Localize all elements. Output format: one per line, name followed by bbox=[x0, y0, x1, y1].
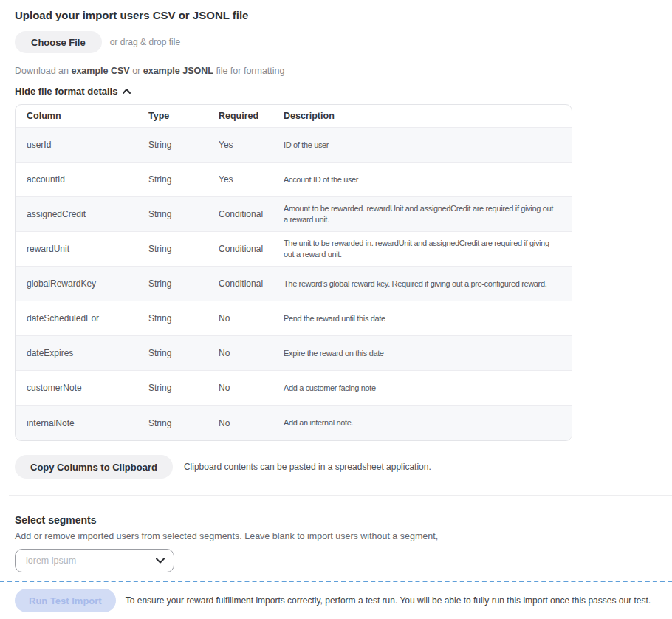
table-cell: Conditional bbox=[219, 239, 284, 259]
section-divider bbox=[9, 495, 672, 496]
table-row: assignedCreditStringConditionalAmount to… bbox=[16, 197, 572, 232]
table-cell: String bbox=[148, 205, 219, 224]
toggle-label: Hide file format details bbox=[15, 86, 117, 97]
table-cell: String bbox=[148, 135, 219, 154]
download-prefix: Download an bbox=[15, 66, 71, 76]
hide-file-format-details-toggle[interactable]: Hide file format details bbox=[15, 86, 131, 97]
table-row: dateScheduledForStringNoPend the reward … bbox=[16, 301, 572, 336]
file-format-table: Column Type Required Description userIdS… bbox=[15, 104, 572, 441]
table-cell: No bbox=[219, 378, 284, 397]
table-cell: globalRewardKey bbox=[16, 274, 148, 293]
run-test-import-button[interactable]: Run Test Import bbox=[15, 589, 116, 612]
clipboard-row: Copy Columns to Clipboard Clipboard cont… bbox=[15, 455, 657, 479]
table-cell: Expire the reward on this date bbox=[284, 343, 572, 363]
table-cell: assignedCredit bbox=[16, 205, 148, 224]
column-header-description: Description bbox=[284, 111, 572, 122]
example-jsonl-link[interactable]: example JSONL bbox=[143, 66, 213, 76]
segments-select[interactable]: lorem ipsum bbox=[15, 549, 174, 572]
clipboard-hint: Clipboard contents can be pasted in a sp… bbox=[184, 462, 431, 472]
table-cell: String bbox=[148, 378, 219, 397]
table-cell: Yes bbox=[219, 170, 284, 189]
table-cell: customerNote bbox=[16, 378, 148, 397]
file-upload-row: Choose File or drag & drop file bbox=[15, 31, 657, 53]
column-header-column: Column bbox=[16, 111, 148, 121]
table-cell: String bbox=[148, 274, 219, 293]
table-cell: No bbox=[219, 343, 284, 363]
table-cell: dateExpires bbox=[16, 343, 148, 363]
column-header-required: Required bbox=[219, 111, 284, 121]
table-cell: Amount to be rewarded. rewardUnit and as… bbox=[284, 199, 572, 230]
table-header-row: Column Type Required Description bbox=[16, 105, 572, 128]
download-suffix: file for formatting bbox=[213, 66, 285, 76]
example-files-line: Download an example CSV or example JSONL… bbox=[15, 66, 657, 76]
table-cell: Add a customer facing note bbox=[284, 378, 572, 398]
table-cell: Yes bbox=[219, 135, 284, 154]
drag-drop-hint: or drag & drop file bbox=[110, 37, 180, 47]
table-row: rewardUnitStringConditionalThe unit to b… bbox=[16, 232, 572, 267]
table-row: dateExpiresStringNoExpire the reward on … bbox=[16, 336, 572, 371]
table-cell: Add an internal note. bbox=[284, 413, 572, 433]
column-header-type: Type bbox=[148, 111, 219, 121]
segments-select-placeholder: lorem ipsum bbox=[26, 555, 76, 566]
table-cell: String bbox=[148, 239, 219, 259]
table-cell: dateScheduledFor bbox=[16, 309, 148, 328]
table-cell: String bbox=[148, 343, 219, 363]
chevron-down-icon bbox=[156, 558, 165, 564]
chevron-up-icon bbox=[123, 89, 131, 94]
import-users-panel: Upload your import users CSV or JSONL fi… bbox=[0, 0, 672, 572]
table-cell: No bbox=[219, 414, 284, 433]
table-row: accountIdStringYesAccount ID of the user bbox=[16, 163, 572, 197]
table-cell: rewardUnit bbox=[16, 239, 148, 259]
copy-columns-button[interactable]: Copy Columns to Clipboard bbox=[15, 455, 173, 479]
table-cell: The reward's global reward key. Required… bbox=[284, 274, 572, 294]
table-row: internalNoteStringNoAdd an internal note… bbox=[16, 406, 572, 440]
table-cell: internalNote bbox=[16, 414, 148, 433]
table-body: userIdStringYesID of the useraccountIdSt… bbox=[16, 128, 572, 440]
table-cell: accountId bbox=[16, 170, 148, 189]
table-row: globalRewardKeyStringConditionalThe rewa… bbox=[16, 267, 572, 301]
test-import-note: To ensure your reward fulfillment import… bbox=[126, 595, 651, 606]
test-import-footer: Run Test Import To ensure your reward fu… bbox=[0, 581, 672, 619]
table-row: userIdStringYesID of the user bbox=[16, 128, 572, 163]
segments-description: Add or remove imported users from select… bbox=[15, 531, 657, 541]
table-cell: Conditional bbox=[219, 205, 284, 224]
page-title: Upload your import users CSV or JSONL fi… bbox=[15, 9, 657, 21]
table-cell: String bbox=[148, 414, 219, 433]
table-cell: String bbox=[148, 309, 219, 328]
table-cell: Account ID of the user bbox=[284, 170, 572, 190]
table-cell: ID of the user bbox=[284, 135, 572, 155]
table-cell: The unit to be rewarded in. rewardUnit a… bbox=[284, 233, 572, 264]
table-cell: Conditional bbox=[219, 274, 284, 293]
choose-file-button[interactable]: Choose File bbox=[15, 31, 102, 53]
table-cell: userId bbox=[16, 135, 148, 154]
download-middle: or bbox=[130, 66, 143, 76]
table-row: customerNoteStringNoAdd a customer facin… bbox=[16, 371, 572, 406]
table-cell: No bbox=[219, 309, 284, 328]
segments-title: Select segments bbox=[15, 514, 657, 526]
table-cell: Pend the reward until this date bbox=[284, 309, 572, 329]
table-cell: String bbox=[148, 170, 219, 189]
example-csv-link[interactable]: example CSV bbox=[71, 66, 129, 76]
